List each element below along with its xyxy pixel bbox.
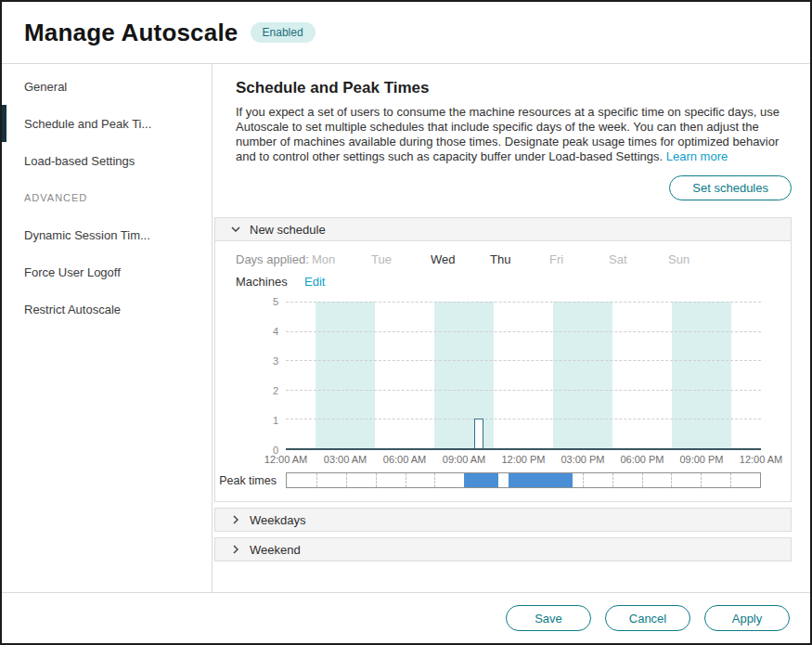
sidebar-item-dynamic-session-timeouts[interactable]: Dynamic Session Tim... <box>2 216 212 253</box>
sidebar-item-restrict-autoscale[interactable]: Restrict Autoscale <box>2 290 212 328</box>
days-applied-row: Days applied: MonTueWedThuFriSatSun <box>236 252 761 266</box>
peak-bar-tick <box>671 473 672 487</box>
sidebar-item-load-based-settings[interactable]: Load-based Settings <box>2 142 212 179</box>
accordion-weekdays: Weekdays <box>214 508 792 532</box>
day-tue: Tue <box>371 252 431 266</box>
shaded-time-band <box>553 302 612 448</box>
peak-times-row: Peak times <box>236 472 761 488</box>
learn-more-link[interactable]: Learn more <box>666 149 728 163</box>
accordion-new-schedule-header[interactable]: New schedule <box>214 217 792 241</box>
description: If you expect a set of users to consume … <box>236 105 793 164</box>
page-title: Manage Autoscale <box>24 19 238 47</box>
schedules-list: New schedule Days applied: MonTueWedThuF… <box>214 217 792 561</box>
x-axis-tick-label: 03:00 PM <box>561 454 604 465</box>
x-axis-tick-label: 06:00 AM <box>383 454 426 465</box>
peak-time-segment[interactable] <box>509 473 573 487</box>
peak-bar-tick <box>701 473 702 487</box>
y-axis-tick-label: 5 <box>273 297 278 307</box>
peak-bar-tick <box>730 473 731 487</box>
section-title: Schedule and Peak Times <box>236 79 792 97</box>
x-axis-tick-label: 09:00 AM <box>443 454 485 465</box>
edit-link[interactable]: Edit <box>304 275 325 289</box>
peak-bar-tick <box>376 473 377 487</box>
day-sat: Sat <box>609 252 668 266</box>
peak-bar-tick <box>346 473 347 487</box>
machines-chart: 012345 12:00 AM03:00 AM06:00 AM09:00 AM1… <box>236 302 761 467</box>
accordion-new-schedule: New schedule Days applied: MonTueWedThuF… <box>214 217 792 502</box>
x-axis-tick-label: 12:00 PM <box>501 454 545 465</box>
machines-chart-plot <box>286 302 761 450</box>
chart-x-axis: 12:00 AM03:00 AM06:00 AM09:00 AM12:00 PM… <box>286 450 761 467</box>
peak-bar-tick <box>642 473 643 487</box>
x-axis-tick-label: 09:00 PM <box>679 454 723 465</box>
gridline <box>286 360 761 361</box>
day-fri: Fri <box>549 252 609 266</box>
header: Manage Autoscale Enabled <box>2 2 810 64</box>
peak-bar-tick <box>612 473 613 487</box>
accordion-label: New schedule <box>250 223 326 237</box>
days-applied-label: Days applied: <box>236 252 312 266</box>
sidebar-item-general[interactable]: General <box>2 68 212 105</box>
machines-label: Machines <box>236 275 304 289</box>
peak-times-bar[interactable] <box>286 472 761 488</box>
y-axis-tick-label: 3 <box>273 356 278 367</box>
accordion-label: Weekdays <box>250 513 305 527</box>
chevron-right-icon <box>231 515 240 524</box>
chevron-right-icon <box>231 545 240 554</box>
x-axis-tick-label: 03:00 AM <box>324 454 367 465</box>
sidebar-item-force-user-logoff[interactable]: Force User Logoff <box>2 253 212 290</box>
sidebar-section-label: ADVANCED <box>2 179 212 216</box>
machines-row: Machines Edit <box>236 275 761 289</box>
day-thu: Thu <box>490 252 549 266</box>
apply-button[interactable]: Apply <box>704 605 790 631</box>
sidebar-item-schedule-and-peak-times[interactable]: Schedule and Peak Ti... <box>2 105 212 142</box>
accordion-weekend-header[interactable]: Weekend <box>214 537 792 561</box>
y-axis-tick-label: 4 <box>273 327 278 337</box>
day-mon: Mon <box>312 252 371 266</box>
chevron-down-icon <box>231 226 240 232</box>
shaded-time-band <box>316 302 375 448</box>
peak-bar-tick <box>434 473 435 487</box>
peak-bar-tick <box>406 473 406 487</box>
accordion-weekend: Weekend <box>214 537 792 561</box>
chart-y-axis: 012345 <box>236 302 286 450</box>
peak-bar-tick <box>583 473 584 487</box>
footer: Save Cancel Apply <box>2 592 810 643</box>
y-axis-tick-label: 2 <box>273 386 278 396</box>
gridline <box>286 390 761 391</box>
peak-bar-tick <box>316 473 317 487</box>
x-axis-tick-label: 12:00 AM <box>740 454 782 465</box>
cancel-button[interactable]: Cancel <box>605 605 690 631</box>
status-badge: Enabled <box>251 22 316 43</box>
gridline <box>286 419 761 419</box>
new-schedule-content: Days applied: MonTueWedThuFriSatSun Mach… <box>214 241 792 502</box>
day-wed: Wed <box>431 252 490 266</box>
peak-times-label: Peak times <box>236 474 286 487</box>
gridline <box>286 331 761 332</box>
x-axis-tick-label: 06:00 PM <box>620 454 664 465</box>
manage-autoscale-window: Manage Autoscale Enabled GeneralSchedule… <box>0 0 812 645</box>
shaded-time-band <box>672 302 731 448</box>
machines-step <box>474 419 484 448</box>
y-axis-tick-label: 1 <box>273 416 278 426</box>
gridline <box>286 302 761 303</box>
day-sun: Sun <box>668 252 728 266</box>
sidebar: GeneralSchedule and Peak Ti...Load-based… <box>2 64 213 592</box>
save-button[interactable]: Save <box>506 605 591 631</box>
main-panel: Schedule and Peak Times If you expect a … <box>213 64 810 592</box>
peak-time-segment[interactable] <box>464 473 498 487</box>
shaded-time-band <box>434 302 494 448</box>
set-schedules-button[interactable]: Set schedules <box>669 175 792 200</box>
accordion-label: Weekend <box>250 543 301 557</box>
x-axis-tick-label: 12:00 AM <box>264 454 307 465</box>
accordion-weekdays-header[interactable]: Weekdays <box>214 508 792 532</box>
